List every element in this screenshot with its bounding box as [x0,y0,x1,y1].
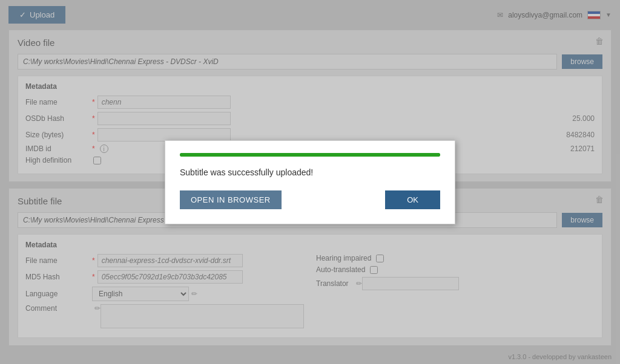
modal-buttons: OPEN IN BROWSER OK [180,190,440,209]
modal: Subtitle was successfully uploaded! OPEN… [165,140,455,224]
open-in-browser-button[interactable]: OPEN IN BROWSER [180,190,282,209]
modal-overlay: Subtitle was successfully uploaded! OPEN… [0,0,620,364]
modal-progress-fill [180,153,440,157]
modal-progress-bar [180,153,440,157]
ok-button[interactable]: OK [385,190,440,209]
modal-message: Subtitle was successfully uploaded! [180,167,440,177]
